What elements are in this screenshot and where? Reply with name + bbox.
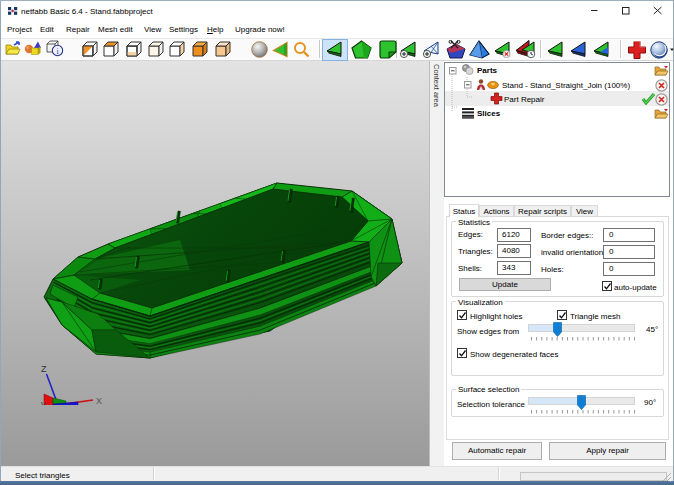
svg-text:X: X — [96, 396, 102, 405]
svg-text:Z: Z — [41, 364, 47, 374]
svg-text:y: y — [41, 399, 46, 405]
